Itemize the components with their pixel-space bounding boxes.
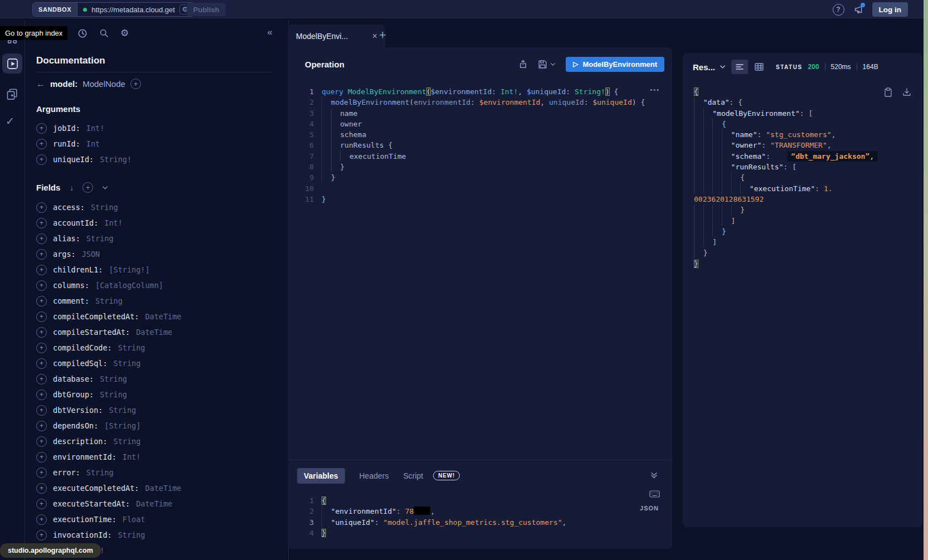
add-field-icon[interactable] <box>36 499 47 509</box>
field-row[interactable]: error:String <box>36 465 271 480</box>
raw-view-toggle-selected[interactable] <box>731 60 748 74</box>
endpoint-url-input[interactable]: https://metadata.cloud.get <box>91 6 176 14</box>
line-number: 7 <box>288 151 322 162</box>
add-field-icon[interactable] <box>36 483 47 494</box>
field-row[interactable]: args:JSON <box>36 246 271 262</box>
field-name: dependsOn: <box>53 421 98 430</box>
field-row[interactable]: compiledCode:String <box>36 340 271 356</box>
share-icon[interactable] <box>518 60 528 69</box>
field-row[interactable]: accountId:Int! <box>36 215 271 231</box>
status-code: 200 <box>808 63 819 71</box>
save-control[interactable] <box>538 60 556 69</box>
topbar: SANDBOX https://metadata.cloud.get Publi… <box>0 0 924 20</box>
response-body: {"data": {"modelByEnvironment": [{"name"… <box>683 81 922 527</box>
add-field-icon[interactable] <box>36 139 47 149</box>
field-row[interactable]: executeStartedAt:DateTime <box>36 496 271 512</box>
checklist-icon[interactable] <box>6 115 14 128</box>
add-field-icon[interactable] <box>36 343 47 353</box>
field-row[interactable]: compileCompletedAt:DateTime <box>36 309 271 324</box>
tab-variables[interactable]: Variables <box>297 468 345 484</box>
field-row[interactable]: dbtVersion:String <box>36 402 271 418</box>
history-icon[interactable] <box>77 28 88 38</box>
run-operation-button[interactable]: ModelByEnvironment <box>566 57 664 72</box>
add-field-icon[interactable] <box>36 405 47 416</box>
back-icon[interactable] <box>36 79 45 89</box>
collapse-variables-icon[interactable] <box>650 471 658 479</box>
field-row[interactable]: dependsOn:[String] <box>36 418 271 434</box>
add-field-icon[interactable] <box>36 468 47 478</box>
add-field-icon[interactable] <box>36 311 47 322</box>
endpoint-bar[interactable]: SANDBOX https://metadata.cloud.get <box>32 2 195 17</box>
response-title-dropdown[interactable]: Res... <box>693 62 726 72</box>
field-row[interactable]: dbtGroup:String <box>36 387 271 402</box>
sandbox-chip: SANDBOX <box>33 3 77 16</box>
editor-menu-icon[interactable] <box>650 86 660 93</box>
add-field-icon[interactable] <box>36 436 47 447</box>
field-type: String <box>100 390 127 399</box>
announcements-icon[interactable] <box>853 4 863 14</box>
field-row[interactable]: executeCompletedAt:DateTime <box>36 480 271 496</box>
field-row[interactable]: compiledSql:String <box>36 356 271 371</box>
publish-button[interactable]: Publish <box>187 3 226 16</box>
field-row[interactable]: comment:String <box>36 293 271 309</box>
add-field-icon[interactable] <box>36 514 47 525</box>
add-field-icon[interactable] <box>36 296 47 306</box>
field-row[interactable]: environmentId:Int! <box>36 449 271 465</box>
settings-icon[interactable] <box>120 27 129 39</box>
download-response-icon[interactable] <box>902 87 911 97</box>
add-field-icon[interactable] <box>36 154 47 165</box>
add-field-icon[interactable] <box>36 265 47 275</box>
login-button[interactable]: Log in <box>872 2 908 17</box>
add-field-icon[interactable] <box>36 280 47 291</box>
operation-tab[interactable]: ModelByEnvi... <box>288 25 385 47</box>
add-field-icon[interactable] <box>36 249 47 260</box>
add-field-icon[interactable] <box>36 327 47 338</box>
add-field-icon[interactable] <box>36 374 47 384</box>
field-row[interactable]: runId:Int <box>36 136 271 152</box>
add-field-icon[interactable] <box>36 202 47 213</box>
collapse-sidebar-icon[interactable] <box>268 27 273 38</box>
breadcrumb-type-link[interactable]: ModelNode <box>82 79 125 89</box>
add-field-icon[interactable] <box>36 123 47 134</box>
operation-editor[interactable]: 1query ModelByEnvironment($environmentId… <box>288 81 672 460</box>
copy-response-icon[interactable] <box>884 87 892 97</box>
add-field-icon[interactable] <box>36 358 47 369</box>
field-type: JSON <box>82 250 100 259</box>
search-icon[interactable] <box>99 28 109 38</box>
variables-editor[interactable]: 1{2"environmentId": 78,3"uniqueId": "mod… <box>288 495 672 538</box>
close-tab-icon[interactable] <box>372 31 377 41</box>
field-type: String <box>114 437 141 446</box>
field-type: DateTime <box>136 328 172 337</box>
field-row[interactable]: executionTime:Float <box>36 512 271 527</box>
variables-section: JSON 1{2"environmentId": 78,3"uniqueId":… <box>288 491 672 549</box>
response-json[interactable]: {"data": {"modelByEnvironment": [{"name"… <box>694 86 916 269</box>
field-row[interactable]: alias:String <box>36 231 271 246</box>
field-row[interactable]: database:String <box>36 371 271 387</box>
schema-icon[interactable] <box>6 88 18 101</box>
add-type-icon[interactable] <box>130 79 141 89</box>
add-field-icon[interactable] <box>36 421 47 431</box>
field-row[interactable]: childrenL1:[String!] <box>36 262 271 277</box>
add-field-icon[interactable] <box>36 233 47 244</box>
help-icon[interactable] <box>833 4 844 16</box>
add-field-icon[interactable] <box>36 218 47 228</box>
tab-headers[interactable]: Headers <box>359 471 389 480</box>
explorer-tab-selected[interactable] <box>2 53 22 74</box>
new-tab-icon[interactable] <box>379 28 386 42</box>
field-row[interactable]: uniqueId:String! <box>36 152 271 167</box>
field-row[interactable]: access:String <box>36 199 271 215</box>
add-field-icon[interactable] <box>36 389 47 400</box>
field-row[interactable]: invocationId:String <box>36 527 271 543</box>
sort-fields-icon[interactable] <box>70 183 74 192</box>
field-row[interactable]: columns:[CatalogColumn] <box>36 277 271 293</box>
add-field-icon[interactable] <box>36 530 47 540</box>
table-view-toggle[interactable] <box>755 63 764 71</box>
tab-script[interactable]: Script <box>403 471 423 480</box>
field-row[interactable]: compileStartedAt:DateTime <box>36 324 271 340</box>
field-row[interactable]: description:String <box>36 434 271 449</box>
notification-dot <box>861 3 865 7</box>
field-row[interactable]: jobId:Int! <box>36 120 271 136</box>
add-field-icon[interactable] <box>36 452 47 462</box>
chevron-down-icon[interactable] <box>102 186 108 190</box>
add-all-fields-icon[interactable] <box>82 182 93 193</box>
